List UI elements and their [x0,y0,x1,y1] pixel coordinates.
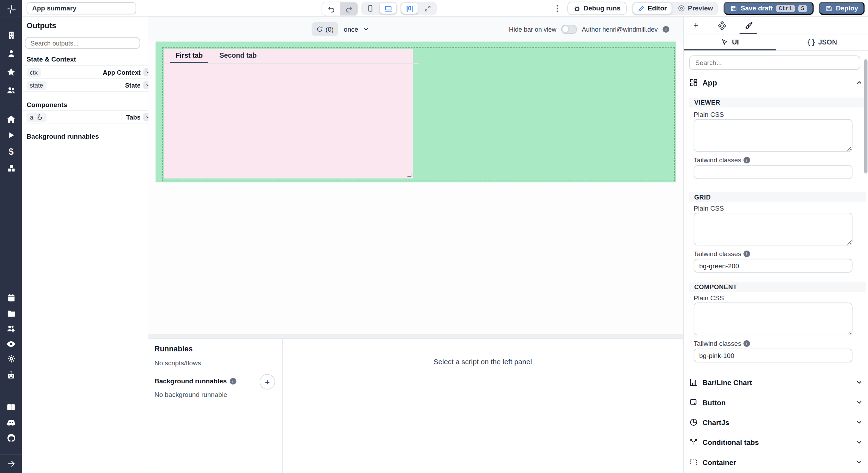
grid-plain-css-textarea[interactable] [694,213,853,245]
refresh-button[interactable]: (0) [312,22,338,36]
mobile-view-button[interactable] [362,3,379,14]
redo-button[interactable] [340,2,358,15]
components-diamonds-tab[interactable] [716,19,728,32]
tab-second[interactable]: Second tab [214,49,262,63]
variables-dollar-icon[interactable]: $ [0,147,22,157]
deploy-label: Deploy [836,5,858,12]
user-icon[interactable] [0,49,22,58]
chevron-down-icon [362,25,370,33]
expand-section-chevron[interactable] [855,458,863,466]
section-chartjs[interactable]: ChartJs [689,416,863,429]
styling-brush-tab[interactable] [742,19,754,32]
home-icon[interactable] [0,114,22,124]
expand-sidebar-arrow-icon[interactable] [0,459,22,469]
more-menu-kebab-icon[interactable]: ⋮ [552,3,562,14]
active-ui-tab-underline [684,49,776,50]
windmill-logo-icon[interactable] [0,4,22,15]
expand-section-chevron[interactable] [855,418,863,426]
center-content-button[interactable]: |0| [401,3,418,14]
output-row-state[interactable]: state State [22,78,155,92]
discord-icon[interactable] [0,417,22,428]
paintbrush-icon [744,21,753,30]
panel-scrollbar[interactable] [864,59,868,173]
grid-tailwind-input[interactable] [694,259,853,273]
runs-play-icon[interactable] [0,131,22,140]
resize-handle[interactable] [407,173,411,177]
layout-segment: |0| [400,2,437,15]
tailwind-info-icon[interactable]: i [743,251,750,257]
undo-button[interactable] [322,2,340,15]
search-outputs-input[interactable] [25,37,140,49]
preview-tab[interactable]: Preview [673,3,717,14]
tab-ui[interactable]: UI [684,34,776,50]
sidebar-divider [0,454,22,455]
runnables-panel: Runnables No scripts/flows Background ru… [148,339,683,473]
expand-section-chevron[interactable] [855,438,863,446]
app-sidebar: $ [0,0,22,473]
ui-json-tabs: UI { } JSON [684,34,868,51]
section-bar-line-chart[interactable]: Bar/Line Chart [689,376,863,389]
tailwind-info-icon[interactable]: i [743,340,750,347]
workspace-building-icon[interactable] [0,31,22,40]
hide-bar-toggle[interactable] [561,25,577,34]
resources-cubes-icon[interactable] [0,163,22,173]
section-container[interactable]: Container [689,456,863,469]
preview-eye-icon [677,5,685,12]
cursor-icon [721,38,728,46]
background-runnables-title: Background runnables i [155,377,236,385]
outputs-panel: Outputs State & Context ctx App Context … [22,17,149,473]
expand-section-chevron[interactable] [855,378,863,386]
app-grid[interactable]: First tab Second tab [156,42,676,182]
chevron-up-icon [855,79,863,86]
style-search-input[interactable] [689,55,860,70]
viewer-tailwind-input[interactable] [694,165,853,179]
deploy-button[interactable]: Deploy [819,2,865,15]
schedules-calendar-icon[interactable] [0,293,22,302]
device-segment [361,2,398,15]
tabs-component[interactable]: First tab Second tab [164,49,413,178]
split-arrows-icon [689,438,698,447]
docs-book-icon[interactable] [0,402,22,413]
folders-icon[interactable] [0,309,22,318]
background-info-icon[interactable]: i [229,378,236,384]
fullscreen-button[interactable] [419,3,436,14]
pie-chart-icon [689,418,698,427]
add-background-runnable-button[interactable]: + [260,374,275,390]
refresh-policy-dropdown[interactable]: once [344,22,370,36]
expand-section-chevron[interactable] [855,398,863,406]
tailwind-info-icon[interactable]: i [743,157,750,163]
section-conditional-tabs[interactable]: Conditional tabs [689,435,863,449]
audit-eye-icon[interactable] [0,339,22,349]
component-key-pill: a [27,113,47,122]
horizontal-splitter[interactable] [148,334,683,339]
insert-component-plus-tab[interactable]: + [690,19,702,32]
shortcut-s-badge: S [798,5,807,12]
tab-json[interactable]: { } JSON [776,34,868,50]
github-icon[interactable] [0,433,22,443]
author-info-icon[interactable]: i [662,26,669,32]
tab-first[interactable]: First tab [170,49,208,63]
collapse-app-chevron[interactable] [855,79,863,86]
groups-icon[interactable] [0,85,22,96]
settings-gear-icon[interactable] [0,354,22,364]
favorites-star-icon[interactable] [0,67,22,77]
app-summary-input[interactable] [27,2,136,14]
component-row-a[interactable]: a Tabs [22,110,155,124]
editor-tab[interactable]: Editor [633,2,672,14]
debug-runs-button[interactable]: Debug runs [568,2,627,15]
top-toolbar: |0| ⋮ Debug runs Editor Preview [22,0,868,17]
state-context-title: State & Context [27,55,76,63]
ai-robot-icon[interactable] [0,370,22,380]
workers-icon[interactable] [0,324,22,334]
component-plain-css-label: Plain CSS [694,294,724,302]
app-section-header[interactable]: App [689,76,863,89]
app-section-title: App [702,79,717,87]
component-plain-css-textarea[interactable] [694,303,853,335]
desktop-view-button[interactable] [380,3,397,14]
windmill-app-editor: $ [0,0,868,473]
viewer-plain-css-textarea[interactable] [694,119,853,152]
save-draft-button[interactable]: Save draft Ctrl S [724,2,814,15]
output-row-ctx[interactable]: ctx App Context [22,65,155,79]
component-tailwind-input[interactable] [694,349,853,362]
section-button[interactable]: Button [689,395,863,409]
